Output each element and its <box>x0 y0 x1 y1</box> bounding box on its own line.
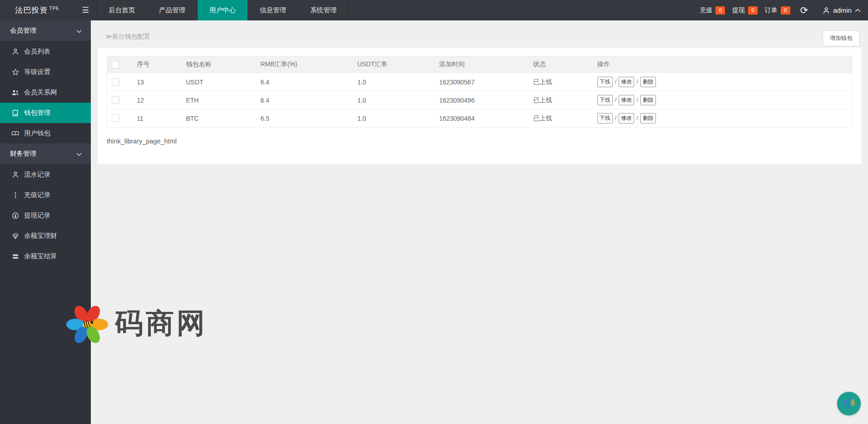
user-icon <box>11 48 19 55</box>
nav-item-system[interactable]: 系统管理 <box>298 0 349 20</box>
watermark-text: 码商网 <box>115 304 208 342</box>
sidebar-item-flow-records[interactable]: 流水记录 <box>0 164 91 185</box>
wallet-table: 序号 钱包名称 RMB汇率(%) USDT汇率 添加时间 状态 操作 13 US… <box>107 56 852 128</box>
sidebar-group-members[interactable]: 会员管理 <box>0 20 91 41</box>
table-row: 13 USDT 6.4 1.0 1623090567 已上线 下线/修改/删除 <box>107 73 852 91</box>
sidebar-item-yuebao-settlement[interactable]: 余额宝结算 <box>0 246 91 266</box>
cell-actions: 下线/修改/删除 <box>593 109 852 128</box>
select-all-checkbox[interactable] <box>112 61 119 69</box>
template-debug-text: think_library_page_html <box>107 138 852 145</box>
sidebar-item-label: 余额宝理财 <box>24 232 57 240</box>
header-actions: 操作 <box>593 56 852 73</box>
topbar-right: 充值 0 提现 0 订单 0 ⟳ admin <box>699 0 868 20</box>
sound-fab-button[interactable] <box>837 392 861 415</box>
sidebar-group-finance-label: 财务管理 <box>10 149 36 158</box>
sidebar: 会员管理 会员列表 等级设置 会员关系网 钱包管理 用户钱包 财务管理 <box>0 20 91 424</box>
offline-button[interactable]: 下线 <box>597 77 613 87</box>
layers-icon <box>11 252 19 260</box>
table-row: 12 ETH 6.4 1.0 1623090496 已上线 下线/修改/删除 <box>107 91 852 109</box>
cell-rmb-rate: 6.5 <box>256 109 352 128</box>
users-icon <box>11 89 19 96</box>
recharge-stat[interactable]: 充值 0 <box>699 6 725 15</box>
orders-count-badge: 0 <box>781 6 790 15</box>
cell-wallet-name: BTC <box>181 109 256 128</box>
action-separator: / <box>636 96 638 103</box>
nav-item-dashboard[interactable]: 后台首页 <box>97 0 147 20</box>
user-icon <box>823 7 830 14</box>
sidebar-item-label: 钱包管理 <box>24 108 50 117</box>
recharge-stat-label: 充值 <box>699 6 712 15</box>
withdraw-count-badge: 0 <box>748 6 758 15</box>
row-checkbox[interactable] <box>112 114 119 122</box>
sidebar-item-member-network[interactable]: 会员关系网 <box>0 82 91 103</box>
sidebar-item-label: 用户钱包 <box>24 129 50 138</box>
sidebar-item-recharge-records[interactable]: 充值记录 <box>0 185 91 205</box>
sidebar-item-label: 等级设置 <box>24 68 50 76</box>
offline-button[interactable]: 下线 <box>597 95 613 105</box>
cell-rmb-rate: 6.4 <box>256 73 352 91</box>
breadcrumb-label: 前台钱包配置 <box>112 33 150 40</box>
username: admin <box>833 6 852 14</box>
orders-stat[interactable]: 订单 0 <box>765 6 790 15</box>
header-status: 状态 <box>529 56 593 73</box>
sidebar-item-member-list[interactable]: 会员列表 <box>0 41 91 62</box>
cell-actions: 下线/修改/删除 <box>593 73 852 91</box>
main-content: ≫前台钱包配置 增加钱包 序号 钱包名称 RMB汇率(%) USDT汇率 添加时… <box>91 20 868 424</box>
sidebar-item-withdraw-records[interactable]: 提现记录 <box>0 205 91 226</box>
sidebar-item-wallet-management[interactable]: 钱包管理 <box>0 103 91 123</box>
sidebar-item-label: 余额宝结算 <box>24 252 57 261</box>
add-wallet-button[interactable]: 增加钱包 <box>823 30 860 46</box>
action-separator: / <box>615 78 617 85</box>
chevron-down-icon <box>76 150 82 158</box>
edit-button[interactable]: 修改 <box>619 113 634 123</box>
cell-actions: 下线/修改/删除 <box>593 91 852 109</box>
header-usdt-rate: USDT汇率 <box>353 56 435 73</box>
user-menu[interactable]: admin <box>823 6 861 14</box>
top-bar: 法巴投资 TP6 ☰ 后台首页 产品管理 用户中心 信息管理 系统管理 充值 0… <box>0 0 868 20</box>
sidebar-group-finance[interactable]: 财务管理 <box>0 143 91 164</box>
cell-added-time: 1623090567 <box>435 73 529 91</box>
header-wallet-name: 钱包名称 <box>181 56 256 73</box>
sidebar-group-members-label: 会员管理 <box>10 26 36 35</box>
row-checkbox[interactable] <box>112 96 119 104</box>
orders-stat-label: 订单 <box>765 6 778 15</box>
cell-id: 13 <box>132 73 181 91</box>
sidebar-item-label: 会员关系网 <box>24 88 57 97</box>
edit-button[interactable]: 修改 <box>619 95 634 105</box>
status-badge: 已上线 <box>529 91 593 109</box>
cell-added-time: 1623090496 <box>435 91 529 109</box>
top-navigation: 后台首页 产品管理 用户中心 信息管理 系统管理 <box>97 0 349 20</box>
nav-item-products[interactable]: 产品管理 <box>147 0 198 20</box>
nav-item-user-center[interactable]: 用户中心 <box>198 0 248 20</box>
cell-usdt-rate: 1.0 <box>353 73 435 91</box>
action-separator: / <box>636 114 638 121</box>
header-rmb-rate: RMB汇率(%) <box>256 56 352 73</box>
delete-button[interactable]: 删除 <box>640 77 656 87</box>
sidebar-item-user-wallets[interactable]: 用户钱包 <box>0 123 91 143</box>
edit-button[interactable]: 修改 <box>619 77 634 87</box>
wallet-table-panel: 序号 钱包名称 RMB汇率(%) USDT汇率 添加时间 状态 操作 13 US… <box>98 48 861 164</box>
action-separator: / <box>615 96 617 103</box>
breadcrumb: ≫前台钱包配置 <box>105 33 150 41</box>
refresh-icon[interactable]: ⟳ <box>800 5 808 15</box>
delete-button[interactable]: 删除 <box>640 113 656 123</box>
sidebar-item-label: 会员列表 <box>24 47 50 56</box>
hamburger-menu-icon[interactable]: ☰ <box>74 0 97 20</box>
chevron-up-icon <box>855 9 861 12</box>
user-icon <box>11 171 19 178</box>
offline-button[interactable]: 下线 <box>597 113 613 123</box>
cell-usdt-rate: 1.0 <box>353 109 435 128</box>
sidebar-item-level-settings[interactable]: 等级设置 <box>0 62 91 82</box>
row-checkbox[interactable] <box>112 78 119 86</box>
watermark: 码商网 <box>66 301 208 345</box>
cell-id: 12 <box>132 91 181 109</box>
withdraw-stat[interactable]: 提现 0 <box>732 6 758 15</box>
delete-button[interactable]: 删除 <box>640 95 656 105</box>
table-header-row: 序号 钱包名称 RMB汇率(%) USDT汇率 添加时间 状态 操作 <box>107 56 852 73</box>
nav-item-information[interactable]: 信息管理 <box>248 0 298 20</box>
withdraw-stat-label: 提现 <box>732 6 745 15</box>
recharge-count-badge: 0 <box>715 6 725 15</box>
cell-usdt-rate: 1.0 <box>353 91 435 109</box>
sidebar-item-yuebao-invest[interactable]: 余额宝理财 <box>0 226 91 246</box>
speaker-icon <box>842 395 856 412</box>
